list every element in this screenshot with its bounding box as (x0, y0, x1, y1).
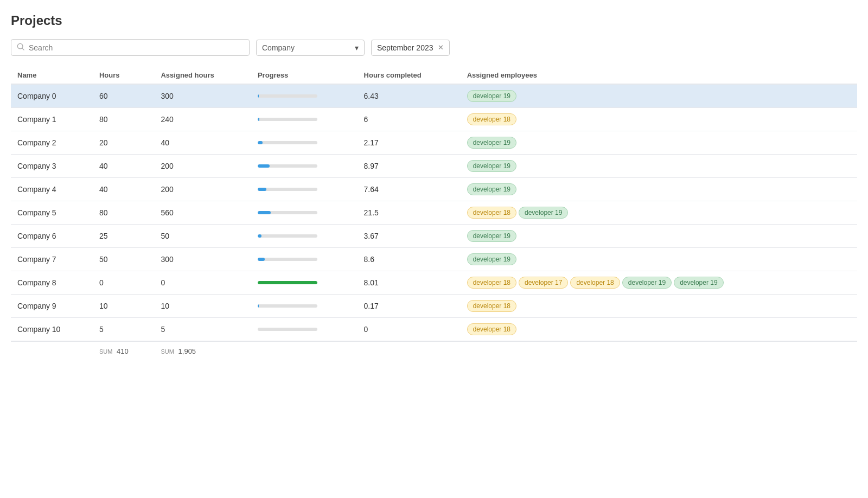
progress-bar-bg (258, 188, 317, 191)
cell-progress (251, 155, 358, 178)
close-icon[interactable]: ✕ (438, 43, 444, 52)
table-row[interactable]: Company 58056021.5developer 18developer … (11, 201, 857, 225)
cell-progress (251, 84, 358, 108)
cell-assigned-hours: 5 (154, 318, 251, 342)
employee-tag: developer 18 (467, 323, 516, 335)
cell-hours: 50 (93, 248, 155, 271)
progress-bar-fill (258, 211, 271, 214)
cell-name: Company 10 (11, 318, 93, 342)
company-dropdown-label: Company (262, 43, 295, 52)
chevron-down-icon: ▾ (355, 43, 359, 52)
cell-assigned-hours: 0 (154, 271, 251, 295)
search-input[interactable] (29, 43, 244, 52)
progress-bar-fill (258, 234, 261, 238)
cell-hours-completed: 8.01 (358, 271, 461, 295)
cell-hours: 40 (93, 155, 155, 178)
progress-bar-fill (258, 281, 317, 284)
table-row[interactable]: Company 7503008.6developer 19 (11, 248, 857, 271)
search-box[interactable] (11, 39, 250, 56)
table-row[interactable]: Company 10550developer 18 (11, 318, 857, 342)
cell-hours: 40 (93, 178, 155, 201)
employee-tag: developer 18 (467, 207, 516, 219)
progress-bar-bg (258, 328, 317, 331)
cell-hours-completed: 8.97 (358, 155, 461, 178)
cell-assigned-employees: developer 19 (461, 178, 857, 201)
progress-bar-bg (258, 211, 317, 214)
employee-tag: developer 19 (467, 183, 516, 195)
progress-bar-fill (258, 258, 265, 261)
cell-assigned-hours: 40 (154, 131, 251, 155)
cell-progress (251, 108, 358, 131)
cell-assigned-hours: 560 (154, 201, 251, 225)
page-title: Projects (11, 13, 857, 28)
table-row[interactable]: Company 8008.01developer 18developer 17d… (11, 271, 857, 295)
table-footer-row: SUM 410 SUM 1,905 (11, 341, 857, 361)
table-row[interactable]: Company 1802406developer 18 (11, 108, 857, 131)
cell-assigned-employees: developer 19 (461, 84, 857, 108)
cell-assigned-employees: developer 18 (461, 318, 857, 342)
progress-bar-bg (258, 94, 317, 98)
employee-tag: developer 19 (467, 230, 516, 242)
employee-tag: developer 19 (467, 137, 516, 149)
cell-assigned-employees: developer 19 (461, 131, 857, 155)
table-row[interactable]: Company 3402008.97developer 19 (11, 155, 857, 178)
cell-name: Company 7 (11, 248, 93, 271)
employee-tag: developer 18 (467, 300, 516, 312)
employee-tag: developer 18 (467, 277, 516, 289)
sum-hours-value: 410 (117, 347, 129, 355)
cell-name: Company 5 (11, 201, 93, 225)
cell-assigned-hours: 200 (154, 155, 251, 178)
progress-bar-bg (258, 258, 317, 261)
cell-name: Company 6 (11, 225, 93, 248)
cell-assigned-hours: 300 (154, 84, 251, 108)
cell-hours-completed: 2.17 (358, 131, 461, 155)
cell-assigned-employees: developer 19 (461, 155, 857, 178)
cell-assigned-hours: 50 (154, 225, 251, 248)
cell-assigned-hours: 240 (154, 108, 251, 131)
employee-tag: developer 19 (622, 277, 672, 289)
cell-hours-completed: 3.67 (358, 225, 461, 248)
employee-tag: developer 18 (570, 277, 620, 289)
progress-bar-fill (258, 188, 267, 191)
cell-progress (251, 295, 358, 318)
cell-hours: 25 (93, 225, 155, 248)
cell-assigned-employees: developer 19 (461, 248, 857, 271)
sum-assigned-value: 1,905 (178, 347, 196, 355)
cell-progress (251, 248, 358, 271)
col-progress: Progress (251, 67, 358, 84)
cell-name: Company 2 (11, 131, 93, 155)
cell-name: Company 1 (11, 108, 93, 131)
cell-hours: 5 (93, 318, 155, 342)
progress-bar-fill (258, 94, 259, 98)
table-row[interactable]: Company 220402.17developer 19 (11, 131, 857, 155)
progress-bar-bg (258, 164, 317, 168)
employee-tag: developer 17 (519, 277, 568, 289)
table-header-row: Name Hours Assigned hours Progress Hours… (11, 67, 857, 84)
col-name: Name (11, 67, 93, 84)
cell-assigned-employees: developer 18 (461, 295, 857, 318)
table-row[interactable]: Company 625503.67developer 19 (11, 225, 857, 248)
cell-hours-completed: 6.43 (358, 84, 461, 108)
cell-progress (251, 201, 358, 225)
sum-hours-label: SUM (99, 348, 112, 355)
col-hours: Hours (93, 67, 155, 84)
table-row[interactable]: Company 4402007.64developer 19 (11, 178, 857, 201)
cell-hours-completed: 7.64 (358, 178, 461, 201)
table-row[interactable]: Company 0603006.43developer 19 (11, 84, 857, 108)
cell-hours-completed: 21.5 (358, 201, 461, 225)
cell-name: Company 9 (11, 295, 93, 318)
cell-name: Company 3 (11, 155, 93, 178)
company-dropdown[interactable]: Company ▾ (256, 40, 365, 56)
sum-assigned-label: SUM (161, 348, 174, 355)
table-row[interactable]: Company 910100.17developer 18 (11, 295, 857, 318)
cell-hours-completed: 8.6 (358, 248, 461, 271)
svg-line-1 (22, 48, 24, 50)
date-filter-badge[interactable]: September 2023 ✕ (371, 40, 450, 56)
col-assigned-employees: Assigned employees (461, 67, 857, 84)
search-icon (17, 43, 24, 52)
cell-hours: 60 (93, 84, 155, 108)
cell-hours: 80 (93, 108, 155, 131)
cell-assigned-employees: developer 18developer 17developer 18deve… (461, 271, 857, 295)
cell-hours-completed: 0.17 (358, 295, 461, 318)
cell-progress (251, 318, 358, 342)
